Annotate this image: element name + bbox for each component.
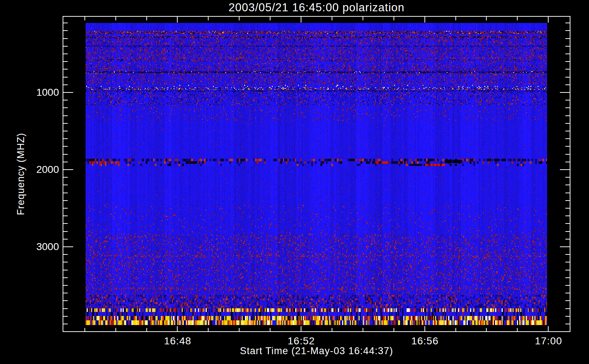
x-axis-tick <box>548 326 549 331</box>
y-axis-tick-right <box>565 223 570 224</box>
y-axis-tick-right <box>565 61 570 62</box>
y-axis-tick-right <box>565 138 570 139</box>
x-axis-tick-top <box>394 17 394 20</box>
x-axis-tick-top <box>517 17 518 20</box>
x-axis-tick <box>146 328 147 331</box>
y-axis-tick <box>63 77 68 78</box>
y-axis-tick-right <box>565 107 570 108</box>
y-axis-tick <box>63 277 68 278</box>
y-axis-tick <box>63 154 68 155</box>
y-axis-tick-right <box>565 162 570 162</box>
x-axis-tick <box>177 326 178 331</box>
y-axis-tick <box>63 162 68 162</box>
y-axis-tick <box>63 293 68 293</box>
x-axis-tick <box>208 328 209 331</box>
x-axis-tick-top <box>239 17 240 20</box>
y-axis-tick-right <box>565 316 570 317</box>
y-axis-tick-right <box>565 177 570 178</box>
y-tick-label: 1000 <box>12 87 59 98</box>
y-axis-tick <box>63 285 68 286</box>
y-axis-tick <box>63 84 68 85</box>
y-axis-tick <box>63 262 68 262</box>
y-axis-tick-right <box>565 100 570 100</box>
y-axis-tick-right <box>565 54 570 54</box>
y-axis-tick <box>63 200 68 201</box>
y-axis-title: Frequency (MHZ) <box>15 133 27 215</box>
y-axis-tick <box>63 100 68 100</box>
spectrogram-heatmap <box>86 23 547 325</box>
y-axis-tick <box>63 169 73 170</box>
x-axis-tick-top <box>270 17 270 20</box>
x-axis-tick <box>455 328 456 331</box>
y-axis-tick-right <box>565 146 570 147</box>
y-axis-tick <box>63 23 68 23</box>
y-axis-tick <box>63 254 68 255</box>
y-axis-tick-right <box>565 46 570 47</box>
x-axis-tick-top <box>84 17 85 20</box>
y-axis-tick <box>63 193 68 193</box>
y-axis-tick <box>63 146 68 147</box>
y-axis-tick-right <box>565 208 570 209</box>
x-axis-tick <box>517 328 518 331</box>
y-axis-tick <box>63 92 73 93</box>
x-axis-tick-top <box>548 17 549 23</box>
y-axis-tick-right <box>565 300 570 301</box>
y-axis-tick <box>63 324 68 324</box>
y-axis-tick-right <box>565 200 570 201</box>
y-axis-tick-right <box>565 23 570 23</box>
y-axis-tick <box>63 231 68 232</box>
y-axis-tick-right <box>565 84 570 85</box>
y-axis-tick <box>63 107 68 108</box>
x-axis-tick-top <box>486 17 487 20</box>
y-axis-tick-right <box>565 154 570 155</box>
y-axis-tick <box>63 308 68 309</box>
x-axis-tick <box>239 328 240 331</box>
x-axis-tick-top <box>363 17 363 20</box>
y-axis-tick <box>63 270 68 270</box>
y-axis-tick-right <box>565 277 570 278</box>
x-axis-tick-top <box>208 17 209 20</box>
y-axis-tick-right <box>565 193 570 193</box>
y-axis-tick-right <box>565 293 570 293</box>
x-axis-tick <box>332 328 332 331</box>
y-axis-tick <box>63 54 68 54</box>
y-axis-tick-right <box>565 123 570 124</box>
y-axis-tick <box>63 69 68 70</box>
plot-area: 16:4816:5216:5617:00100020003000 <box>0 0 589 364</box>
x-axis-tick <box>486 328 487 331</box>
y-axis-tick <box>63 61 68 62</box>
y-axis-tick-right <box>565 231 570 232</box>
y-axis-tick-right <box>565 262 570 262</box>
x-axis-tick-top <box>146 17 147 20</box>
y-axis-tick <box>63 131 68 131</box>
y-axis-tick-right <box>565 131 570 131</box>
y-axis-tick <box>63 316 68 317</box>
y-axis-tick-right <box>565 324 570 324</box>
y-axis-tick <box>63 215 68 216</box>
y-tick-label: 3000 <box>12 241 59 253</box>
x-axis-tick <box>84 328 85 331</box>
x-axis-tick-top <box>455 17 456 20</box>
x-axis-tick-top <box>424 17 425 23</box>
x-axis-title: Start Time (21-May-03 16:44:37) <box>63 345 570 357</box>
y-axis-tick-right <box>565 77 570 78</box>
x-axis-tick-top <box>301 17 301 23</box>
y-axis-tick <box>63 185 68 185</box>
y-axis-tick <box>63 115 68 116</box>
y-axis-tick <box>63 246 73 247</box>
y-axis-tick-right <box>565 38 570 39</box>
y-axis-tick <box>63 138 68 139</box>
y-axis-tick <box>63 38 68 39</box>
y-axis-tick <box>63 223 68 224</box>
x-axis-tick <box>270 328 270 331</box>
x-axis-tick-top <box>115 17 116 20</box>
y-axis-tick-right <box>565 270 570 270</box>
x-axis-tick <box>301 326 301 331</box>
spectrogram-screen: 2003/05/21 16:45:00 polarization 16:4816… <box>0 0 589 364</box>
y-axis-tick-right <box>565 115 570 116</box>
y-axis-tick <box>63 123 68 124</box>
y-axis-tick <box>63 30 68 31</box>
y-axis-tick-right <box>560 246 570 247</box>
y-axis-tick-right <box>565 215 570 216</box>
y-axis-tick <box>63 239 68 240</box>
